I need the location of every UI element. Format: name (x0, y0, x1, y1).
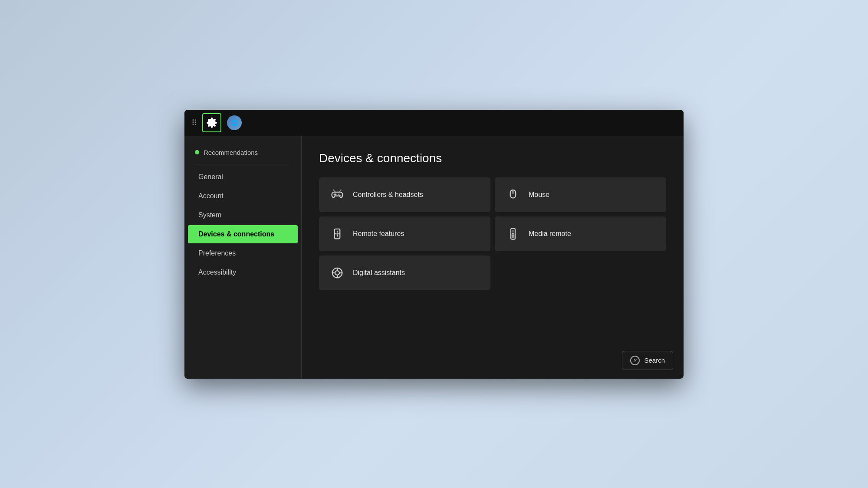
settings-icon-button[interactable] (202, 113, 221, 132)
gear-icon (206, 117, 217, 128)
sidebar-item-devices[interactable]: Devices & connections (188, 225, 298, 243)
avatar-button[interactable]: 🌐 (225, 113, 244, 132)
devices-grid: Controllers & headsets Mouse (319, 177, 666, 290)
mouse-icon (505, 187, 521, 203)
svg-point-0 (339, 193, 340, 195)
media-remote-icon (505, 226, 521, 242)
sidebar-item-preferences[interactable]: Preferences (188, 244, 298, 262)
media-remote-item[interactable]: Media remote (495, 216, 666, 251)
recommendations-label: Recommendations (204, 149, 258, 156)
controller-icon (329, 187, 345, 203)
avatar-icon: 🌐 (227, 115, 242, 130)
sidebar-item-general[interactable]: General (188, 168, 298, 186)
sidebar-item-accessibility[interactable]: Accessibility (188, 263, 298, 282)
settings-window: ⠿ 🌐 Recommendations General Account (184, 110, 684, 379)
svg-point-13 (512, 232, 514, 234)
remote-features-item[interactable]: Remote features (319, 216, 490, 251)
top-bar: ⠿ 🌐 (184, 110, 684, 136)
assistant-icon (329, 265, 345, 281)
content-area: Devices & connections Controllers & head (302, 136, 684, 379)
remote-features-label: Remote features (353, 230, 404, 238)
digital-assistants-item[interactable]: Digital assistants (319, 255, 490, 290)
main-content: Recommendations General Account System D… (184, 136, 684, 379)
remote-icon (329, 226, 345, 242)
svg-point-18 (335, 271, 339, 275)
controllers-headsets-item[interactable]: Controllers & headsets (319, 177, 490, 212)
svg-point-7 (336, 233, 338, 235)
sidebar-divider (195, 164, 291, 164)
search-label: Search (644, 357, 665, 364)
green-dot-icon (195, 150, 199, 154)
y-button-icon: Y (630, 356, 640, 365)
sidebar-item-recommendations[interactable]: Recommendations (184, 144, 301, 160)
page-title: Devices & connections (319, 151, 666, 165)
media-remote-label: Media remote (529, 230, 571, 238)
mouse-item[interactable]: Mouse (495, 177, 666, 212)
search-button[interactable]: Y Search (622, 351, 673, 370)
sidebar: Recommendations General Account System D… (184, 136, 302, 379)
controllers-headsets-label: Controllers & headsets (353, 191, 423, 199)
digital-assistants-label: Digital assistants (353, 269, 405, 277)
bottom-bar: Y Search (622, 351, 673, 370)
mouse-label: Mouse (529, 191, 549, 199)
sidebar-item-system[interactable]: System (188, 206, 298, 224)
dots-icon: ⠿ (191, 118, 197, 128)
sidebar-item-account[interactable]: Account (188, 187, 298, 205)
